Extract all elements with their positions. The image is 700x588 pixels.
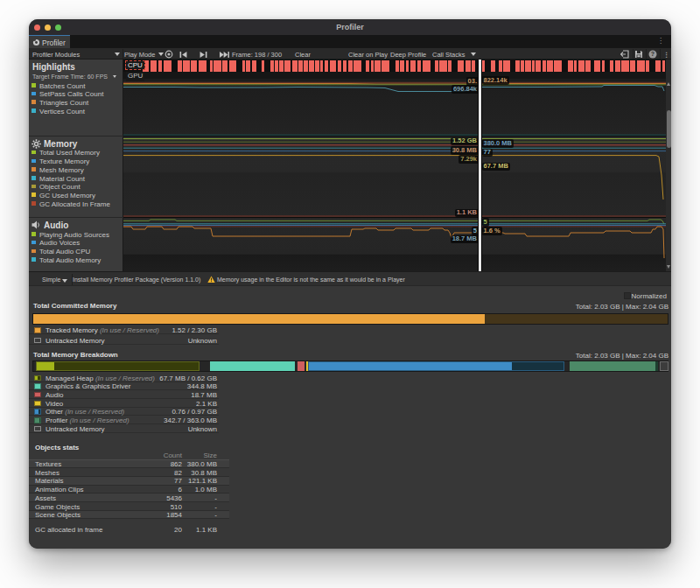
svg-text:?: ?	[651, 51, 654, 57]
